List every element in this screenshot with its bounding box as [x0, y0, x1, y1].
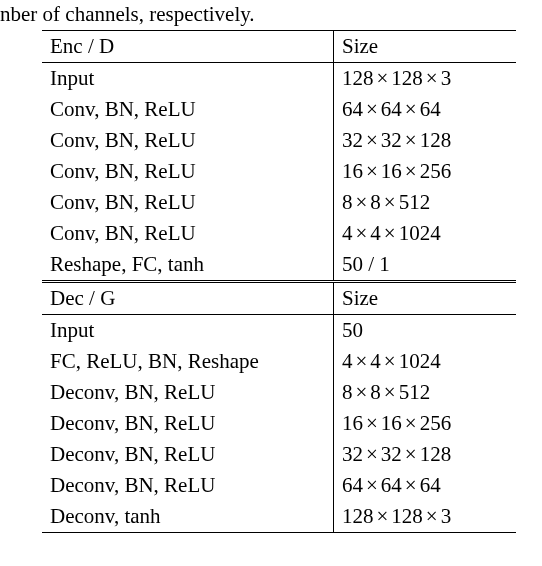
cell-size: 50 / 1 — [334, 249, 517, 282]
caption-fragment: nber of channels, respectively. — [0, 2, 255, 27]
cell-size: 64×64×64 — [334, 94, 517, 125]
cell-layer: Conv, BN, ReLU — [42, 94, 334, 125]
enc-header-right: Size — [334, 31, 517, 63]
cell-size: 32×32×128 — [334, 125, 517, 156]
cell-size: 4×4×1024 — [334, 218, 517, 249]
dec-header-left: Dec / G — [42, 282, 334, 315]
cell-size: 8×8×512 — [334, 187, 517, 218]
cell-size: 128×128×3 — [334, 63, 517, 95]
cell-layer: Conv, BN, ReLU — [42, 218, 334, 249]
dec-header-right: Size — [334, 282, 517, 315]
cell-layer: Conv, BN, ReLU — [42, 125, 334, 156]
cell-size: 8×8×512 — [334, 377, 517, 408]
table-row: Input 50 — [42, 315, 516, 347]
cell-size: 50 — [334, 315, 517, 347]
table-row: Deconv, tanh 128×128×3 — [42, 501, 516, 533]
cell-layer: Conv, BN, ReLU — [42, 187, 334, 218]
table-row: Conv, BN, ReLU 8×8×512 — [42, 187, 516, 218]
cell-size: 32×32×128 — [334, 439, 517, 470]
cell-layer: Deconv, BN, ReLU — [42, 377, 334, 408]
cell-layer: Deconv, tanh — [42, 501, 334, 533]
cell-size: 64×64×64 — [334, 470, 517, 501]
table-row: Reshape, FC, tanh 50 / 1 — [42, 249, 516, 282]
cell-layer: Input — [42, 63, 334, 95]
table-row: Deconv, BN, ReLU 32×32×128 — [42, 439, 516, 470]
cell-size: 16×16×256 — [334, 156, 517, 187]
cell-layer: Reshape, FC, tanh — [42, 249, 334, 282]
cell-layer: Deconv, BN, ReLU — [42, 408, 334, 439]
cell-size: 128×128×3 — [334, 501, 517, 533]
table-row: FC, ReLU, BN, Reshape 4×4×1024 — [42, 346, 516, 377]
table-row: Deconv, BN, ReLU 8×8×512 — [42, 377, 516, 408]
cell-layer: Input — [42, 315, 334, 347]
cell-layer: FC, ReLU, BN, Reshape — [42, 346, 334, 377]
cell-layer: Deconv, BN, ReLU — [42, 470, 334, 501]
table-row: Deconv, BN, ReLU 64×64×64 — [42, 470, 516, 501]
cell-size: 4×4×1024 — [334, 346, 517, 377]
table-row: Conv, BN, ReLU 16×16×256 — [42, 156, 516, 187]
architecture-table: Enc / D Size Input 128×128×3 Conv, BN, R… — [42, 30, 516, 533]
table-row: Conv, BN, ReLU 64×64×64 — [42, 94, 516, 125]
table-row: Conv, BN, ReLU 4×4×1024 — [42, 218, 516, 249]
cell-layer: Conv, BN, ReLU — [42, 156, 334, 187]
cell-layer: Deconv, BN, ReLU — [42, 439, 334, 470]
enc-header-left: Enc / D — [42, 31, 334, 63]
table-row: Input 128×128×3 — [42, 63, 516, 95]
cell-size: 16×16×256 — [334, 408, 517, 439]
table-row: Enc / D Size — [42, 31, 516, 63]
table-row: Deconv, BN, ReLU 16×16×256 — [42, 408, 516, 439]
table-row: Dec / G Size — [42, 282, 516, 315]
table-row: Conv, BN, ReLU 32×32×128 — [42, 125, 516, 156]
